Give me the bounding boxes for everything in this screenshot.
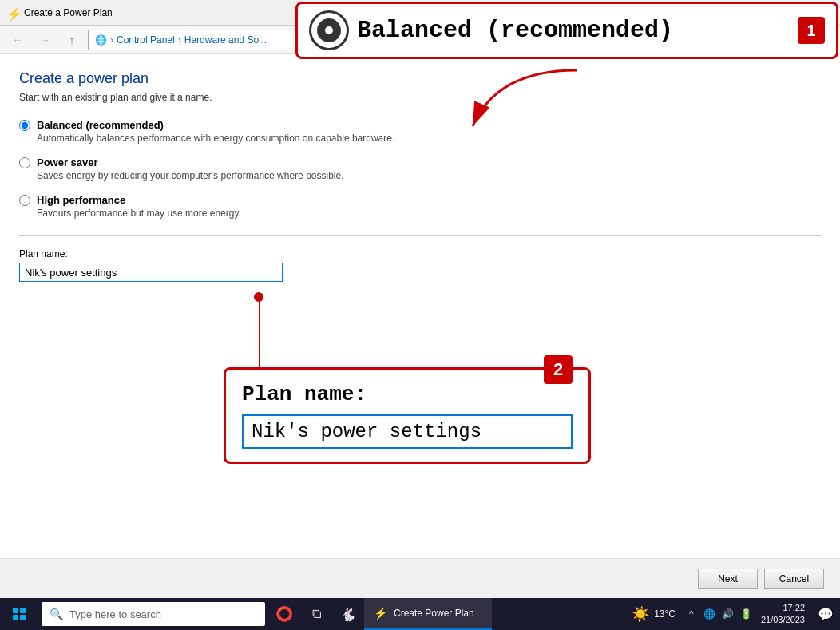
windows-logo-icon — [13, 608, 26, 620]
radio-high-perf[interactable] — [19, 195, 30, 206]
breadcrumb-hardware[interactable]: Hardware and So... — [184, 34, 267, 46]
radio-balanced-text: Balanced (recommended) — [37, 119, 164, 131]
clock-date: 21/03/2023 — [761, 614, 805, 626]
callout-1-badge: 1 — [798, 17, 825, 44]
notification-icon: 💬 — [818, 607, 834, 622]
radio-high-perf-desc: Favours performance but may use more ene… — [37, 208, 821, 219]
callout-2-badge: 2 — [544, 355, 573, 384]
radio-label-high-perf[interactable]: High performance — [19, 194, 821, 206]
taskbar-window-title: Create Power Plan — [394, 608, 474, 619]
taskbar: 🔍 Type here to search ⭕ ⧉ 🐇 ⚡ Create Pow… — [0, 598, 840, 630]
weather-widget[interactable]: ☀️ 13°C — [624, 605, 683, 623]
radio-power-saver-desc: Saves energy by reducing your computer's… — [37, 170, 821, 181]
callout-2: 2 Plan name: — [224, 367, 591, 464]
callout-2-title: Plan name: — [242, 382, 573, 406]
clock-time: 17:22 — [783, 602, 805, 614]
search-icon: 🔍 — [50, 608, 63, 620]
callout-1-text: Balanced (recommended) — [357, 17, 673, 44]
titlebar-title: Create a Power Plan — [24, 7, 113, 18]
cancel-button[interactable]: Cancel — [764, 569, 824, 589]
start-button[interactable] — [0, 598, 38, 630]
main-content: Create a power plan Start with an existi… — [0, 54, 840, 558]
clock-area[interactable]: 17:22 21/03/2023 — [755, 602, 811, 627]
next-button[interactable]: Next — [698, 569, 758, 589]
callout-1: Balanced (recommended) 1 — [295, 2, 838, 59]
system-tray: ^ 🌐 🔊 🔋 — [683, 608, 755, 620]
bottom-bar: Next Cancel — [0, 558, 840, 598]
callout-radio-icon — [309, 10, 349, 50]
radio-balanced-desc: Automatically balances performance with … — [37, 133, 821, 144]
task-view-button[interactable]: ⧉ — [300, 598, 332, 630]
breadcrumb-home: 🌐 — [95, 34, 107, 46]
radio-group: Balanced (recommended) Automatically bal… — [19, 119, 821, 219]
back-button[interactable]: ← — [6, 29, 29, 51]
up-button[interactable]: ↑ — [61, 29, 83, 51]
radio-label-power-saver[interactable]: Power saver — [19, 157, 821, 168]
radio-item-power-saver: Power saver Saves energy by reducing you… — [19, 157, 821, 181]
radio-item-balanced: Balanced (recommended) Automatically bal… — [19, 119, 821, 144]
taskbar-window-item[interactable]: ⚡ Create Power Plan — [364, 598, 492, 630]
forward-button[interactable]: → — [34, 29, 56, 51]
chevron-up-icon[interactable]: ^ — [683, 608, 699, 620]
radio-high-perf-text: High performance — [37, 194, 125, 206]
page-title: Create a power plan — [19, 70, 821, 87]
weather-temp: 13°C — [654, 608, 676, 620]
speaker-icon[interactable]: 🔊 — [720, 608, 736, 620]
search-placeholder: Type here to search — [69, 608, 161, 620]
plan-name-label: Plan name: — [19, 248, 821, 260]
radio-power-saver-text: Power saver — [37, 157, 98, 168]
content-area: Create a power plan Start with an existi… — [0, 54, 840, 558]
radio-power-saver[interactable] — [19, 157, 30, 168]
radio-balanced[interactable] — [19, 120, 30, 131]
plan-name-input[interactable] — [19, 263, 283, 282]
cortana-icon: ⭕ — [275, 605, 293, 623]
titlebar-icon: ⚡ — [6, 6, 19, 19]
page-subtitle: Start with an existing plan and give it … — [19, 92, 821, 103]
power-plan-icon: ⚡ — [374, 607, 387, 620]
widgets-icon: 🐇 — [340, 607, 356, 622]
divider — [19, 235, 821, 236]
taskbar-search-bar[interactable]: 🔍 Type here to search — [42, 602, 265, 626]
plan-name-section: Plan name: — [19, 248, 821, 282]
radio-item-high-perf: High performance Favours performance but… — [19, 194, 821, 219]
weather-icon: ☀️ — [632, 605, 649, 623]
widgets-button[interactable]: 🐇 — [332, 598, 364, 630]
window: ⚡ Create a Power Plan ─ □ ✕ ← → ↑ 🌐 › Co… — [0, 0, 840, 598]
taskbar-search-button[interactable]: ⭕ — [268, 598, 300, 630]
task-view-icon: ⧉ — [312, 607, 321, 621]
breadcrumb-control-panel[interactable]: Control Panel — [117, 34, 175, 46]
callout-2-input[interactable] — [242, 414, 573, 449]
notification-center-button[interactable]: 💬 — [811, 598, 840, 630]
battery-icon[interactable]: 🔋 — [739, 608, 755, 620]
radio-label-balanced[interactable]: Balanced (recommended) — [19, 119, 821, 131]
network-icon[interactable]: 🌐 — [702, 608, 718, 620]
